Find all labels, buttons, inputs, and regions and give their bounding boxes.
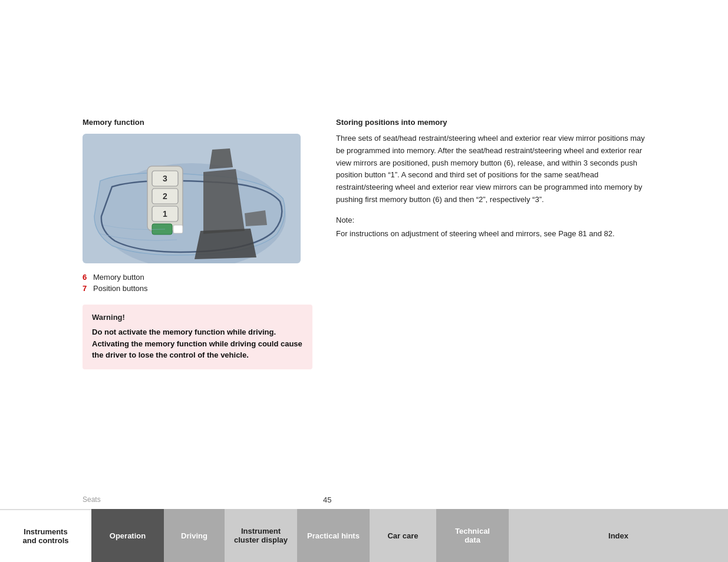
nav-driving[interactable]: Driving — [164, 509, 225, 562]
nav-car-care[interactable]: Car care — [370, 509, 436, 562]
nav-technical-data-label: Technicaldata — [455, 527, 490, 544]
nav-instrument-cluster-label: Instrumentcluster display — [234, 527, 288, 544]
item-6: 6 Memory button — [83, 273, 312, 282]
seat-diagram: 3 2 1 — [83, 134, 301, 263]
nav-technical-data[interactable]: Technicaldata — [436, 509, 509, 562]
footer-page-num: 45 — [323, 495, 331, 504]
numbered-items: 6 Memory button 7 Position buttons — [83, 273, 312, 293]
right-section-title: Storing positions into memory — [336, 118, 645, 127]
item-7: 7 Position buttons — [83, 284, 312, 293]
svg-rect-10 — [173, 225, 183, 233]
warning-title: Warning! — [92, 313, 303, 322]
nav-practical-hints-label: Practical hints — [307, 531, 360, 540]
nav-practical-hints[interactable]: Practical hints — [297, 509, 370, 562]
warning-box: Warning! Do not activate the memory func… — [83, 305, 312, 369]
svg-text:3: 3 — [163, 174, 167, 183]
footer-section-label: Seats — [83, 495, 101, 504]
nav-instrument-cluster[interactable]: Instrumentcluster display — [225, 509, 297, 562]
nav-index[interactable]: Index — [509, 509, 728, 562]
left-column: Memory function — [83, 118, 312, 468]
right-column: Storing positions into memory Three sets… — [336, 118, 645, 468]
nav-operation[interactable]: Operation — [91, 509, 164, 562]
warning-text: Do not activate the memory function whil… — [92, 326, 303, 361]
item-7-num: 7 — [83, 284, 93, 293]
svg-text:2: 2 — [163, 191, 167, 201]
note-label: Note: — [336, 216, 645, 224]
nav-operation-label: Operation — [110, 531, 146, 540]
nav-instruments[interactable]: Instrumentsand controls — [0, 509, 91, 562]
body-text: Three sets of seat/head restraint/steeri… — [336, 133, 645, 206]
nav-index-label: Index — [608, 531, 628, 540]
nav-driving-label: Driving — [181, 531, 207, 540]
svg-text:1: 1 — [163, 209, 167, 219]
item-6-num: 6 — [83, 273, 93, 282]
note-text: For instructions on adjustment of steeri… — [336, 228, 645, 240]
item-6-label: Memory button — [93, 273, 144, 282]
left-section-title: Memory function — [83, 118, 312, 127]
nav-car-care-label: Car care — [387, 531, 418, 540]
item-7-label: Position buttons — [93, 284, 148, 293]
bottom-nav-bar: Instrumentsand controls Operation Drivin… — [0, 509, 728, 562]
page-footer: Seats 45 — [0, 491, 728, 508]
nav-instruments-label: Instrumentsand controls — [22, 527, 68, 545]
